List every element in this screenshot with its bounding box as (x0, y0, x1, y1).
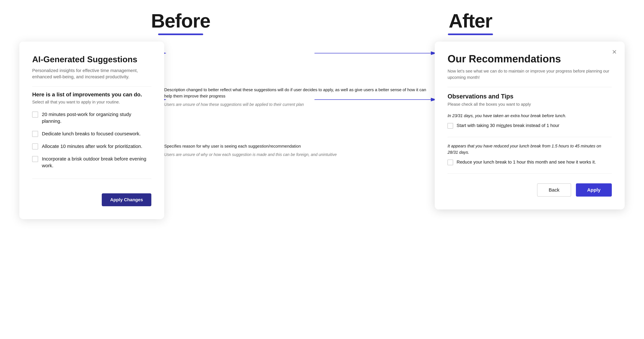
obs-checkbox-row-1: Start with taking 30 minutes break inste… (448, 122, 612, 129)
apply-changes-button[interactable]: Apply Changes (102, 193, 151, 206)
item-label-3: Allocate 10 minutes after work for prior… (42, 143, 142, 150)
card-subtitle: Personalized insights for effective time… (32, 67, 151, 80)
obs-checkbox-row-2: Reduce your lunch break to 1 hour this m… (448, 159, 612, 165)
checkbox-3[interactable] (32, 144, 38, 149)
observations-title: Observations and Tips (448, 93, 612, 100)
annotation-text-1: Description changed to better reflect wh… (164, 87, 435, 108)
checkbox-2[interactable] (32, 131, 38, 137)
annotation-italic-2: Users are unsure of why or how each sugg… (164, 152, 435, 158)
item-label-2: Dedicate lunch breaks to focused coursew… (42, 130, 141, 137)
before-header: Before (151, 10, 210, 35)
suggestions-list: 20 minutes post-work for organizing stud… (32, 111, 151, 169)
close-button[interactable]: × (612, 48, 617, 56)
panel-divider-2 (448, 137, 612, 137)
panel-footer: Back Apply (448, 183, 612, 197)
annotations-section: Description changed to better reflect wh… (164, 42, 435, 158)
panel-subtitle: Now let’s see what we can do to maintain… (448, 68, 612, 81)
observation-1: In 23/31 days, you have taken an extra h… (448, 113, 612, 129)
after-panel: × Our Recommendations Now let’s see what… (435, 42, 625, 209)
observation-2: It appears that you have reduced your lu… (448, 143, 612, 165)
obs-stat-1: In 23/31 days, you have taken an extra h… (448, 113, 612, 119)
annotation-text-2: Specifies reason for why user is seeing … (164, 143, 435, 158)
obs-checkbox-2[interactable] (448, 160, 453, 165)
panel-title: Our Recommendations (448, 53, 612, 65)
item-label-1: 20 minutes post-work for organizing stud… (42, 111, 151, 125)
card-divider-2 (32, 179, 151, 179)
item-label-4: Incorporate a brisk outdoor break before… (42, 155, 151, 169)
before-underline (158, 34, 203, 35)
list-heading: Here is a list of improvements you can d… (32, 91, 151, 98)
after-title: After (449, 10, 492, 32)
annotation-italic-1: Users are unsure of how these suggestion… (164, 102, 435, 108)
before-card: AI-Generated Suggestions Personalized in… (19, 42, 164, 219)
annotation-main-1: Description changed to better reflect wh… (164, 87, 435, 99)
observations-instruction: Please check all the boxes you want to a… (448, 102, 612, 107)
back-button[interactable]: Back (537, 183, 571, 197)
list-instruction: Select all that you want to apply in you… (32, 100, 151, 105)
card-title: AI-Generated Suggestions (32, 55, 151, 64)
after-header: After (448, 10, 493, 35)
apply-button[interactable]: Apply (576, 183, 612, 197)
list-item: Dedicate lunch breaks to focused coursew… (32, 130, 151, 137)
before-title: Before (151, 10, 210, 32)
obs-stat-2: It appears that you have reduced your lu… (448, 143, 612, 155)
checkbox-1[interactable] (32, 112, 38, 117)
checkbox-4[interactable] (32, 156, 38, 162)
list-item: 20 minutes post-work for organizing stud… (32, 111, 151, 125)
annotation-main-2: Specifies reason for why user is seeing … (164, 143, 435, 149)
obs-label-2: Reduce your lunch break to 1 hour this m… (456, 159, 596, 165)
after-underline (448, 34, 493, 35)
obs-label-1: Start with taking 30 minutes break inste… (456, 122, 559, 129)
list-item: Allocate 10 minutes after work for prior… (32, 143, 151, 150)
obs-checkbox-1[interactable] (448, 123, 453, 129)
card-divider (32, 86, 151, 87)
list-item: Incorporate a brisk outdoor break before… (32, 155, 151, 169)
annotation-2: Specifies reason for why user is seeing … (164, 143, 435, 158)
annotation-1: Description changed to better reflect wh… (164, 87, 435, 108)
